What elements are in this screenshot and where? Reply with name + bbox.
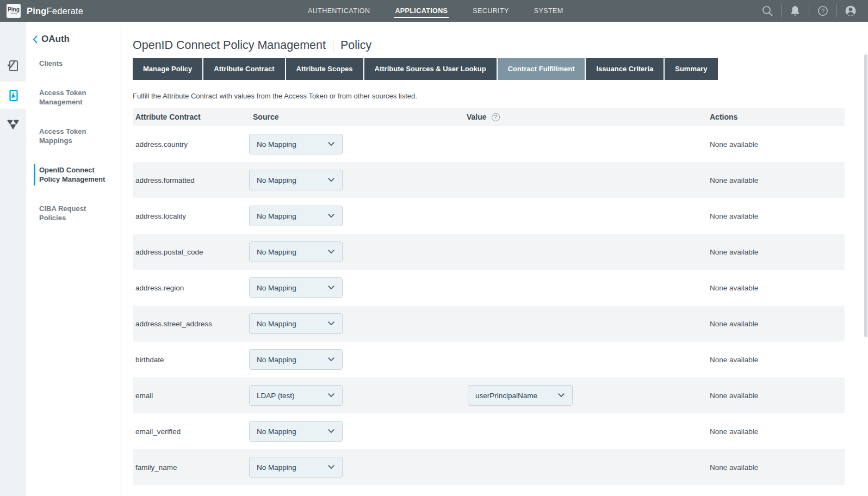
page-subtitle: Policy [340,39,371,52]
sidebar-item-openid-connect-policy-management[interactable]: OpenID Connect Policy Management [26,165,121,184]
user-account-icon[interactable] [844,4,857,17]
source-select[interactable]: No Mapping [249,349,343,370]
source-select[interactable]: No Mapping [249,277,343,298]
top-bar-divider [809,4,809,17]
table-row: address.country No Mapping None availabl… [133,126,845,162]
tab-attribute-scopes[interactable]: Attribute Scopes [286,58,363,80]
table-row: address.locality No Mapping None availab… [133,198,845,234]
help-icon[interactable]: ? [816,5,829,17]
tab-manage-policy[interactable]: Manage Policy [133,58,202,80]
table-row: address.street_address No Mapping None a… [133,306,845,342]
attribute-name: birthdate [135,356,164,364]
source-select[interactable]: No Mapping [249,170,343,190]
chevron-down-icon [328,393,334,398]
chevron-left-icon [33,35,38,44]
actions-text: None available [710,392,758,400]
sidebar-item-access-token-mappings[interactable]: Access Token Mappings [26,127,121,146]
sidebar-item-clients[interactable]: Clients [26,59,121,69]
top-nav-item-security[interactable]: SECURITY [473,0,509,22]
sidebar-item-ciba-request-policies[interactable]: CIBA Request Policies [26,204,121,223]
search-icon[interactable] [761,5,774,17]
title-divider [333,39,333,52]
actions-text: None available [710,176,758,184]
actions-text: None available [710,140,758,148]
module-icon-rail [0,22,26,496]
header-attribute-contract: Attribute Contract [133,113,249,121]
scrollbar-thumb[interactable] [864,54,867,337]
oauth-module-icon[interactable] [0,110,26,138]
source-select-value: No Mapping [257,463,296,472]
chevron-down-icon [328,429,334,433]
source-select-value: No Mapping [257,212,296,220]
chevron-down-icon [328,357,334,362]
top-bar-divider [781,4,782,17]
sidebar-items: Clients Access Token Management Access T… [26,59,121,223]
sidebar-item-access-token-management[interactable]: Access Token Management [26,88,121,107]
source-select-value: No Mapping [257,427,296,436]
table-row: address.postal_code No Mapping None avai… [133,234,845,270]
table-header-row: Attribute Contract Source Value ? Action… [133,108,845,126]
primary-nav: AUTHENTICATION APPLICATIONS SECURITY SYS… [308,0,563,22]
tab-attribute-contract[interactable]: Attribute Contract [203,58,284,80]
actions-text: None available [710,248,758,256]
attribute-name: address.formatted [135,176,195,184]
sidebar: OAuth Clients Access Token Management Ac… [26,22,121,496]
access-token-module-icon[interactable] [0,82,26,109]
attribute-name: email [135,392,153,400]
sidebar-section-title: OAuth [41,34,70,45]
source-select[interactable]: LDAP (test) [249,385,343,406]
attribute-name: address.street_address [135,320,212,328]
ping-logo-subtext: Identity [11,13,17,14]
table-body: address.country No Mapping None availabl… [133,126,845,485]
source-select-value: No Mapping [257,284,296,292]
top-nav-item-authentication[interactable]: AUTHENTICATION [308,0,370,22]
source-select-value: No Mapping [257,248,296,256]
source-select[interactable]: No Mapping [249,241,343,262]
chevron-down-icon [328,178,334,182]
top-bar-icons: ? [754,0,864,22]
attribute-name: address.country [135,140,188,148]
top-nav-item-applications[interactable]: APPLICATIONS [395,0,448,22]
app-title-light: Federate [47,6,84,16]
chevron-down-icon [328,321,334,326]
source-select[interactable]: No Mapping [249,206,343,226]
actions-text: None available [710,427,758,436]
authorization-check-icon[interactable] [0,52,26,79]
actions-text: None available [710,212,758,220]
tab-summary[interactable]: Summary [665,58,717,80]
header-source: Source [249,113,467,121]
ping-logo[interactable]: Ping Identity [7,4,21,18]
tab-attribute-sources-user-lookup[interactable]: Attribute Sources & User Lookup [364,58,497,80]
notifications-bell-icon[interactable] [789,5,802,17]
page-title: OpenID Connect Policy Management [133,39,326,52]
header-value: Value ? [467,113,710,121]
actions-text: None available [710,284,758,292]
scrollbar[interactable] [864,22,867,496]
svg-text:?: ? [821,8,824,14]
app-title-bold: Ping [27,6,47,16]
actions-text: None available [710,356,758,364]
chevron-down-icon [328,142,334,146]
source-select[interactable]: No Mapping [249,134,343,154]
table-row: birthdate No Mapping None available [133,342,845,377]
source-select-value: No Mapping [257,140,296,148]
attribute-name: family_name [135,463,177,472]
page-description: Fulfill the Attribute Contract with valu… [133,92,868,100]
source-select[interactable]: No Mapping [249,457,343,478]
value-select[interactable]: userPrincipalName [468,385,573,406]
policy-tabs: Manage Policy Attribute Contract Attribu… [133,58,868,80]
sidebar-back-oauth[interactable]: OAuth [26,22,121,45]
tab-issuance-criteria[interactable]: Issuance Criteria [586,58,664,80]
source-select[interactable]: No Mapping [249,421,343,442]
actions-text: None available [710,320,758,328]
top-nav-item-system[interactable]: SYSTEM [534,0,563,22]
page-title-row: OpenID Connect Policy Management Policy [133,39,868,52]
chevron-down-icon [558,393,565,398]
header-actions: Actions [710,113,845,121]
tab-contract-fulfillment[interactable]: Contract Fulfillment [498,58,585,80]
source-select[interactable]: No Mapping [249,313,343,334]
app-title: PingFederate [27,6,83,16]
value-select-value: userPrincipalName [475,392,537,400]
value-help-icon[interactable]: ? [492,113,500,121]
table-row: family_name No Mapping None available [133,449,845,485]
